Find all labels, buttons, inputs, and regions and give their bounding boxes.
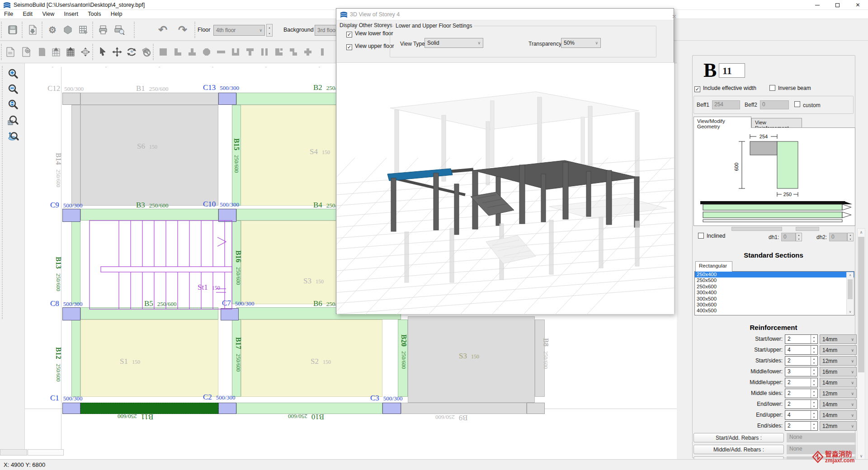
slab-s1[interactable]: [80, 320, 218, 397]
section-cross-button[interactable]: [301, 45, 315, 59]
mesh-tool-2-button[interactable]: [64, 45, 78, 59]
section-item[interactable]: 300x400: [695, 290, 854, 296]
save-button[interactable]: [5, 21, 21, 38]
select-tool-button[interactable]: [96, 45, 109, 59]
rotate-tool-button[interactable]: [125, 45, 138, 59]
rebar-count-spinner[interactable]: 2▲▼: [785, 389, 818, 398]
checkbox-view-upper[interactable]: ✓: [346, 44, 352, 50]
beam-b13[interactable]: [71, 221, 80, 304]
rebar-size-select[interactable]: 12mm∨: [820, 389, 857, 398]
section-rect-button[interactable]: [156, 45, 170, 59]
beam-b1[interactable]: [80, 93, 218, 105]
checkbox-effective-width[interactable]: ✓: [694, 86, 700, 92]
beam-number-field[interactable]: 11: [719, 63, 745, 78]
menu-help[interactable]: Help: [107, 10, 127, 18]
move-tool-button[interactable]: [110, 45, 124, 59]
solid-view-button[interactable]: [60, 21, 76, 38]
floor-spinner[interactable]: ▲▼: [266, 24, 273, 37]
export-dwg-button[interactable]: [24, 21, 41, 38]
column-c8[interactable]: [62, 307, 80, 320]
column-c1[interactable]: [62, 403, 80, 414]
scroll-up-icon[interactable]: ∧: [847, 272, 854, 278]
grid-view-button[interactable]: [75, 21, 91, 38]
menu-view[interactable]: View: [38, 10, 58, 18]
redo-button[interactable]: ↷: [175, 21, 191, 38]
tab-view-modify-geometry[interactable]: View/Modify Geometry: [693, 117, 751, 128]
section-step-button[interactable]: [272, 45, 286, 59]
section-item[interactable]: 400x500: [695, 308, 854, 314]
beam-b12[interactable]: [71, 320, 80, 397]
dialog-close-button[interactable]: ✕: [658, 10, 671, 19]
menu-insert[interactable]: Insert: [60, 10, 82, 18]
section-bar-button[interactable]: [316, 45, 329, 59]
rebar-count-spinner[interactable]: 2▲▼: [785, 356, 818, 366]
beff2-field[interactable]: 0: [760, 100, 789, 109]
checkbox-custom[interactable]: [794, 101, 800, 107]
rebar-size-select[interactable]: 14mm∨: [820, 378, 857, 387]
section-item[interactable]: 300x600: [695, 302, 854, 308]
section-Z-button[interactable]: [287, 45, 300, 59]
rebar-size-select[interactable]: 14mm∨: [820, 400, 857, 409]
column-background[interactable]: [527, 403, 545, 414]
section-wall-button[interactable]: [214, 45, 228, 59]
checkbox-view-lower[interactable]: ✓: [346, 32, 352, 38]
rebar-count-spinner[interactable]: 2▲▼: [785, 334, 818, 344]
section-U-button[interactable]: [229, 45, 242, 59]
start-add-rebars-button[interactable]: Start/Add. Rebars :: [693, 433, 784, 442]
section-T-button[interactable]: [243, 45, 257, 59]
close-button[interactable]: ✕: [848, 0, 868, 10]
beff1-field[interactable]: 254: [712, 100, 740, 109]
column-c2[interactable]: [218, 403, 236, 414]
column-c3[interactable]: [382, 403, 401, 414]
rebar-size-select[interactable]: 14mm∨: [820, 345, 857, 355]
rebar-count-spinner[interactable]: 4▲▼: [785, 345, 818, 355]
checkbox-inclined[interactable]: [698, 233, 704, 239]
settings-button[interactable]: ⚙: [44, 21, 61, 38]
include-effective-width-row[interactable]: ✓Include effective width: [694, 85, 756, 92]
scroll-thumb[interactable]: [858, 237, 864, 372]
dh1-field[interactable]: 0: [781, 233, 796, 241]
section-doublewall-button[interactable]: [258, 45, 271, 59]
zoom-3d-button[interactable]: [6, 130, 20, 144]
rebar-size-select[interactable]: 14mm∨: [820, 410, 857, 420]
dialog-title-bar[interactable]: 3D View of Storey 4 ✕: [336, 9, 674, 20]
delete-tool-button[interactable]: [139, 45, 153, 59]
slab-s6[interactable]: [80, 105, 218, 206]
zoom-in-button[interactable]: [6, 67, 20, 80]
column-c9[interactable]: [62, 209, 80, 222]
column-c13[interactable]: [218, 93, 236, 105]
middle-add-rebars-button[interactable]: Middle/Add. Rebars :: [693, 445, 784, 454]
panel-scrollbar[interactable]: ∧ ∨: [857, 228, 865, 460]
floor-select[interactable]: 4th floor∨: [213, 25, 265, 36]
zoom-extents-button[interactable]: [6, 98, 20, 111]
scroll-thumb[interactable]: [848, 279, 853, 299]
scroll-up-icon[interactable]: ∧: [858, 229, 865, 236]
checkbox-inverse-beam[interactable]: [769, 85, 775, 91]
view-type-select[interactable]: Solid∨: [425, 38, 483, 48]
rebar-count-spinner[interactable]: 3▲▼: [785, 367, 818, 376]
stair-st1[interactable]: [80, 219, 234, 312]
mesh-tool-3-button[interactable]: [79, 45, 92, 59]
section-item[interactable]: 300x500: [695, 296, 854, 302]
scroll-down-icon[interactable]: ∨: [847, 310, 854, 314]
dh1-spinner[interactable]: ▲▼: [796, 233, 802, 241]
view-lower-floor-row[interactable]: ✓View lower floor: [346, 30, 393, 38]
rebar-count-spinner[interactable]: 2▲▼: [785, 400, 818, 409]
rebar-size-select[interactable]: 12mm∨: [820, 421, 857, 431]
menu-edit[interactable]: Edit: [19, 10, 37, 18]
section-circle-button[interactable]: [200, 45, 213, 59]
section-item[interactable]: 250x500: [695, 277, 854, 283]
view-upper-floor-row[interactable]: ✓View upper floor: [346, 43, 394, 50]
maximize-button[interactable]: [827, 0, 848, 10]
rebar-count-spinner[interactable]: 2▲▼: [785, 378, 818, 387]
minimize-button[interactable]: [807, 0, 827, 10]
3d-viewport[interactable]: [337, 62, 674, 314]
list-scrollbar[interactable]: ∧ ∨: [846, 272, 854, 315]
tab-view-reinforcement[interactable]: View Reinforcement: [751, 118, 802, 128]
rebar-count-spinner[interactable]: 4▲▼: [785, 410, 818, 420]
beam-b9[interactable]: [401, 403, 527, 414]
inverse-beam-row[interactable]: Inverse beam: [769, 85, 811, 91]
menu-file[interactable]: File: [0, 10, 17, 18]
section-L-button[interactable]: [171, 45, 184, 59]
dwg-layers-button[interactable]: [20, 45, 33, 59]
